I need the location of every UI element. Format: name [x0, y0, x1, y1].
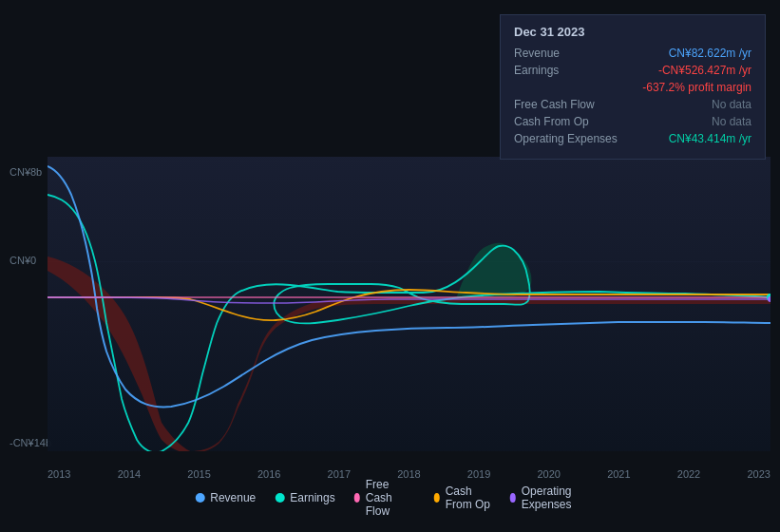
info-row-cashfromop: Cash From Op No data	[514, 115, 751, 128]
legend-item-opex: Operating Expenses	[510, 484, 585, 511]
x-label-2021: 2021	[607, 468, 630, 480]
legend-label-earnings: Earnings	[290, 491, 334, 504]
info-box-title: Dec 31 2023	[514, 25, 751, 39]
info-box: Dec 31 2023 Revenue CN¥82.622m /yr Earni…	[500, 14, 766, 160]
legend-item-cashfromop: Cash From Op	[434, 484, 491, 511]
x-label-2014: 2014	[118, 468, 141, 480]
legend-label-revenue: Revenue	[210, 491, 256, 504]
info-row-fcf: Free Cash Flow No data	[514, 98, 751, 111]
info-label-opex: Operating Expenses	[514, 132, 618, 145]
info-row-profit-margin: -637.2% profit margin	[514, 81, 751, 94]
info-value-revenue: CN¥82.622m /yr	[669, 47, 751, 60]
legend-label-cashfromop: Cash From Op	[446, 484, 491, 511]
chart-svg	[48, 157, 770, 451]
info-label-fcf: Free Cash Flow	[514, 98, 618, 111]
y-label-bot: -CN¥14b	[10, 437, 51, 448]
y-label-top: CN¥8b	[10, 166, 42, 178]
info-value-fcf: No data	[712, 98, 751, 111]
x-label-2022: 2022	[677, 468, 700, 480]
legend-dot-revenue	[195, 493, 204, 503]
y-label-mid: CN¥0	[10, 255, 36, 266]
legend-label-opex: Operating Expenses	[522, 484, 585, 511]
info-value-opex: CN¥43.414m /yr	[669, 132, 751, 145]
legend-item-fcf: Free Cash Flow	[354, 478, 415, 518]
legend-label-fcf: Free Cash Flow	[366, 478, 415, 518]
legend-dot-earnings	[275, 493, 284, 503]
info-label-revenue: Revenue	[514, 47, 618, 60]
info-value-earnings: -CN¥526.427m /yr	[658, 64, 751, 77]
info-value-profit-margin: -637.2% profit margin	[642, 81, 751, 94]
info-label-profit-margin	[514, 81, 618, 94]
x-label-2023: 2023	[747, 468, 770, 480]
info-row-earnings: Earnings -CN¥526.427m /yr	[514, 64, 751, 77]
legend-dot-fcf	[354, 493, 360, 503]
info-label-earnings: Earnings	[514, 64, 618, 77]
legend-dot-opex	[510, 493, 516, 503]
x-label-2013: 2013	[48, 468, 70, 480]
legend: Revenue Earnings Free Cash Flow Cash Fro…	[195, 478, 585, 518]
legend-item-revenue: Revenue	[195, 491, 256, 504]
legend-dot-cashfromop	[434, 493, 440, 503]
info-row-opex: Operating Expenses CN¥43.414m /yr	[514, 132, 751, 145]
legend-item-earnings: Earnings	[275, 491, 334, 504]
info-row-revenue: Revenue CN¥82.622m /yr	[514, 47, 751, 60]
info-value-cashfromop: No data	[712, 115, 751, 128]
info-label-cashfromop: Cash From Op	[514, 115, 618, 128]
chart-container: Dec 31 2023 Revenue CN¥82.622m /yr Earni…	[0, 0, 780, 532]
